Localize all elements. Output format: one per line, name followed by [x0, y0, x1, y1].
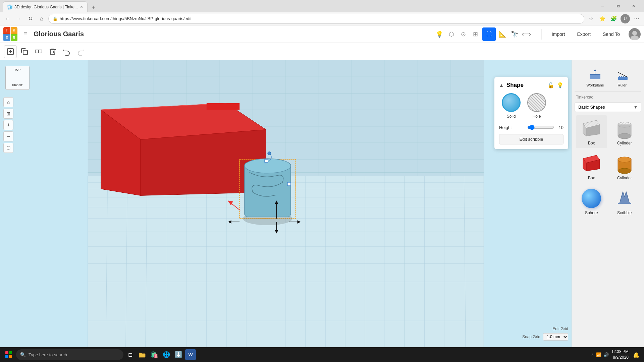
glasses-icon[interactable]: 🔭: [509, 29, 520, 40]
shield-icon[interactable]: ⬡: [446, 29, 457, 40]
bookmark-button[interactable]: ☆: [586, 14, 596, 23]
home-view-button[interactable]: ⌂: [3, 97, 13, 107]
avatar-svg: [629, 28, 641, 40]
nav-bar: ← → ↻ ⌂ 🔒 https://www.tinkercad.com/thin…: [0, 12, 644, 25]
box-red-thumb: [579, 153, 604, 174]
wifi-icon[interactable]: 📶: [596, 352, 601, 357]
profile-button[interactable]: ⭐: [598, 14, 607, 23]
shape-item-scribble[interactable]: Scribble: [609, 185, 640, 218]
right-panel: Workplane Ruler Tinkercad Basic Shapes ▼: [572, 60, 644, 347]
import-button[interactable]: Import: [546, 29, 571, 40]
solid-option[interactable]: Solid: [502, 93, 521, 119]
hole-option[interactable]: Hole: [527, 93, 546, 119]
send-to-button[interactable]: Send To: [597, 29, 626, 40]
box-red-label: Box: [588, 176, 595, 180]
maximize-button[interactable]: ⧉: [610, 1, 626, 11]
panel-light-icon[interactable]: 💡: [557, 82, 564, 88]
panel-tools: Workplane Ruler: [575, 63, 641, 92]
canvas-area[interactable]: TOP FRONT ⌂ ⊞ + − ⬡ ▲ Shape 🔓 💡: [0, 60, 572, 347]
svg-point-105: [618, 157, 631, 162]
panel-section-title: Tinkercad: [575, 94, 641, 100]
view-cube[interactable]: TOP FRONT: [5, 66, 30, 90]
microsoft-store-icon[interactable]: 🛍️: [149, 349, 160, 360]
project-name[interactable]: Glorious Gaaris: [34, 30, 431, 38]
circle-icon[interactable]: ⊙: [458, 29, 469, 40]
export-button[interactable]: Export: [571, 29, 596, 40]
logo-k: K: [11, 27, 18, 34]
panel-title: Shape: [506, 82, 545, 88]
undo-button[interactable]: [60, 45, 73, 58]
shape-panel: ▲ Shape 🔓 💡 Solid Hole: [494, 77, 568, 149]
zoom-out-button[interactable]: −: [3, 131, 13, 141]
duplicate-button[interactable]: [18, 45, 31, 58]
snap-dropdown[interactable]: 1.0 mm 0.5 mm 2.0 mm: [543, 333, 568, 341]
fit-view-button[interactable]: ⊞: [3, 109, 13, 119]
svg-rect-71: [265, 159, 268, 163]
task-view-button[interactable]: ⊡: [125, 349, 136, 360]
app-user-avatar[interactable]: [629, 28, 641, 40]
cyl-orange-thumb: [612, 153, 637, 174]
edit-scribble-button[interactable]: Edit scribble: [499, 134, 564, 144]
shape-item-box-red[interactable]: Box: [576, 150, 607, 183]
sphere-shape: [582, 189, 601, 208]
cyl-orange-label: Cylinder: [617, 176, 632, 180]
height-slider[interactable]: [527, 125, 554, 130]
notification-button[interactable]: 🔔: [631, 350, 641, 360]
shape-item-sphere[interactable]: Sphere: [576, 185, 607, 218]
user-avatar[interactable]: U: [621, 14, 630, 23]
menu-icon[interactable]: ≡: [20, 29, 31, 40]
mirror-icon[interactable]: ⟺: [521, 29, 532, 40]
solid-label: Solid: [507, 114, 516, 119]
shape-item-cyl-orange[interactable]: Cylinder: [609, 150, 640, 183]
edit-grid-label[interactable]: Edit Grid: [552, 326, 568, 331]
downloads-icon[interactable]: ⬇️: [173, 349, 184, 360]
ruler-tool[interactable]: Ruler: [611, 66, 634, 88]
tab-close-icon[interactable]: ✕: [80, 5, 83, 9]
delete-button[interactable]: [46, 45, 59, 58]
group-button[interactable]: [32, 45, 45, 58]
system-tray: ∧ 📶 🔊: [591, 352, 609, 357]
redo-button[interactable]: [74, 45, 87, 58]
back-button[interactable]: ←: [3, 14, 12, 23]
panel-collapse-icon[interactable]: ▲: [499, 82, 504, 88]
clock[interactable]: 12:38 PM 8/9/2020: [611, 349, 629, 360]
close-button[interactable]: ✕: [626, 1, 641, 11]
grid-icon[interactable]: ⊞: [470, 29, 481, 40]
svg-rect-65: [207, 103, 239, 110]
workplane-tool[interactable]: Workplane: [582, 66, 608, 88]
reload-button[interactable]: ↻: [25, 14, 35, 23]
svg-point-100: [618, 133, 631, 139]
minimize-button[interactable]: ─: [595, 1, 610, 11]
more-button[interactable]: ⋯: [632, 14, 641, 23]
shapes-dropdown[interactable]: Basic Shapes ▼: [575, 102, 641, 112]
start-button[interactable]: [3, 349, 15, 361]
address-bar[interactable]: 🔒 https://www.tinkercad.com/things/5BNzm…: [48, 14, 584, 24]
panel-lock-icon[interactable]: 🔓: [547, 82, 554, 88]
ruler-icon[interactable]: 📐: [497, 29, 508, 40]
scene-svg: [0, 60, 572, 347]
left-controls: ⌂ ⊞ + − ⬡: [3, 97, 13, 153]
search-bar[interactable]: 🔍 Type here to search: [16, 349, 123, 360]
solid-circle: [502, 93, 521, 112]
volume-icon[interactable]: 🔊: [603, 352, 609, 357]
orthographic-button[interactable]: ⬡: [3, 143, 13, 153]
logo-t: T: [3, 27, 10, 34]
home-button[interactable]: ⌂: [37, 14, 46, 23]
extensions-button[interactable]: 🧩: [609, 14, 619, 23]
new-shape-button[interactable]: [4, 45, 17, 58]
3d-view-button[interactable]: ⛶: [482, 27, 496, 41]
word-icon[interactable]: W: [185, 349, 196, 360]
tab-active[interactable]: 🧊 3D design Glorious Gaaris | Tinke... ✕: [3, 1, 88, 12]
edge-icon[interactable]: 🌐: [161, 349, 172, 360]
search-icon: 🔍: [20, 352, 26, 357]
new-tab-button[interactable]: +: [88, 3, 99, 12]
forward-button[interactable]: →: [14, 14, 23, 23]
file-explorer-icon[interactable]: [137, 349, 148, 360]
zoom-in-button[interactable]: +: [3, 120, 13, 130]
up-arrow-icon[interactable]: ∧: [591, 352, 594, 357]
workplane-label: Workplane: [586, 83, 604, 87]
tinkercad-logo[interactable]: T K E R: [3, 27, 17, 41]
shape-item-box-gray[interactable]: Box: [576, 115, 607, 148]
hint-icon[interactable]: 💡: [434, 29, 445, 40]
shape-item-cyl-gray[interactable]: Cylinder: [609, 115, 640, 148]
